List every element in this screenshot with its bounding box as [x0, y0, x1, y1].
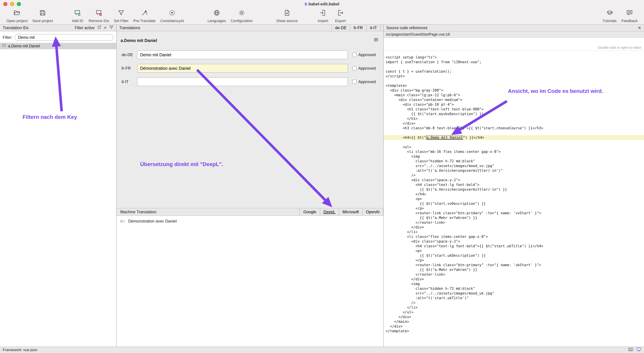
show-source-button[interactable]: Show source	[274, 9, 300, 24]
languages-button[interactable]: Languages	[205, 9, 228, 24]
provider-tab-google[interactable]: Google	[300, 208, 320, 215]
approved-label: Approved	[358, 66, 376, 71]
code-line: <h4 class="text-lg font-bold">	[384, 182, 644, 187]
language-label: fr-FR	[122, 66, 137, 71]
machine-translation-body: ⌘1 Démonstration avec Daniel	[116, 216, 383, 346]
code-line: src="../../assets/images/mood_vv.jpg"	[384, 164, 644, 168]
code-line: <div class="container-medium">	[384, 97, 644, 102]
language-tab-fr-fr[interactable]: fr-FR	[350, 25, 366, 31]
approved-label: Approved	[358, 53, 376, 57]
code-line: </p>	[384, 206, 644, 211]
filter-input[interactable]	[14, 34, 114, 41]
filter-label: Filter:	[3, 35, 12, 40]
code-line: <img	[384, 281, 644, 286]
translation-row-de-de: de-DE Approved	[116, 50, 383, 59]
code-line: </div>	[384, 277, 644, 281]
code-line: </li>	[384, 305, 644, 310]
code-line: </div>	[384, 324, 644, 329]
code-line: :alt="t('start.ukTitle')"	[384, 296, 644, 300]
translation-input-it-it[interactable]	[137, 77, 348, 86]
translation-ids-title: Translation IDs	[3, 26, 29, 30]
code-line: class="hidden h-72 md:block"	[384, 286, 644, 291]
provider-tab-openai[interactable]: OpenAI	[362, 208, 383, 215]
translation-id-item[interactable]: a.Demo mit Daniel	[0, 43, 116, 49]
configuration-button[interactable]: Configuration	[228, 9, 255, 24]
keyboard-shortcuts-button[interactable]	[628, 347, 633, 353]
shortcut-badge: ⌘1	[120, 219, 125, 223]
source-references-header: Source code references ✕	[384, 25, 644, 31]
code-line: <router-link class="btn-primary" :to="{ …	[384, 263, 644, 267]
code-line: {{ $t("start.ukDescription") }}	[384, 253, 644, 258]
feedback-button[interactable]: Feedback	[619, 9, 640, 24]
pre-translate-button[interactable]: Pre-Translate	[131, 9, 158, 24]
open-project-button[interactable]: Open project	[4, 9, 30, 24]
import-button[interactable]: Import	[314, 9, 332, 24]
file-reference-bar[interactable]: src/pages/start/GuestStartPage.vue:18	[384, 31, 644, 38]
source-references-title: Source code references	[386, 26, 428, 30]
comment-button[interactable]	[374, 38, 378, 44]
consistency-ai-button[interactable]: ConsistencyAI	[158, 9, 186, 24]
provider-tab-microsoft[interactable]: Microsoft	[339, 208, 362, 215]
tutorials-button[interactable]: Tutorials	[600, 9, 619, 24]
close-panel-button[interactable]: ✕	[638, 26, 641, 30]
message-minus-icon	[95, 9, 102, 18]
approved-checkbox-it-it[interactable]	[352, 80, 357, 84]
code-line: </h1>	[384, 116, 644, 121]
translation-id-label: a.Demo mit Daniel	[8, 44, 40, 48]
translation-input-de-de[interactable]	[137, 50, 348, 59]
message-plus-icon	[74, 9, 81, 18]
code-line	[384, 79, 644, 83]
mt-result-row[interactable]: ⌘1 Démonstration avec Daniel	[120, 219, 383, 223]
add-id-button[interactable]: Add ID	[69, 9, 86, 24]
approved-label: Approved	[358, 79, 376, 84]
translation-row-it-it: it-IT Approved	[116, 77, 383, 86]
code-line: </ul>	[384, 310, 644, 314]
translations-header: Translations de-DE fr-FR it-IT	[116, 25, 383, 31]
save-project-button[interactable]: Save project	[30, 9, 55, 24]
approved-checkbox-fr-fr[interactable]	[352, 66, 357, 71]
language-label: it-IT	[122, 79, 137, 84]
code-line	[384, 140, 644, 145]
code-line: </router-link>	[384, 272, 644, 277]
code-area[interactable]: <script setup lang="ts">import { useTran…	[384, 51, 644, 346]
translation-ids-panel: Translation IDs Filter active ✕ Filter: …	[0, 25, 116, 346]
language-tab-it-it[interactable]: it-IT	[366, 25, 380, 31]
code-line: const { t } = useTranslation();	[384, 69, 644, 74]
machine-translation-header: Machine Translation Google DeepL Microso…	[116, 208, 383, 216]
refresh-filter-button[interactable]	[97, 25, 102, 31]
code-line: </div>	[384, 121, 644, 126]
sparkle-circle-icon	[168, 9, 176, 18]
clear-filter-button[interactable]: ✕	[104, 26, 107, 30]
titlebar: bbabel-edit.babel	[0, 0, 644, 8]
provider-tab-deepl[interactable]: DeepL	[320, 208, 339, 215]
code-line: <div class="bg-gray-200">	[384, 88, 644, 93]
code-line: <script setup lang="ts">	[384, 55, 644, 60]
filter-menu-button[interactable]	[109, 25, 114, 31]
code-line: </template>	[384, 329, 644, 333]
settings-group: Languages Configuration	[205, 9, 255, 24]
language-label: de-DE	[122, 53, 137, 57]
import-icon	[319, 9, 326, 18]
approved-checkbox-de-de[interactable]	[352, 53, 357, 57]
project-group: Open project Save project	[4, 9, 55, 24]
export-button[interactable]: Export	[332, 9, 349, 24]
document-icon	[284, 9, 290, 18]
statusbar: Framework: vue-json	[0, 346, 644, 353]
code-line	[384, 131, 644, 135]
toolbar: Open project Save project Add ID Remove …	[0, 8, 644, 25]
language-tab-de-de[interactable]: de-DE	[332, 25, 350, 31]
refresh-icon	[97, 25, 102, 31]
code-line: <p>	[384, 248, 644, 253]
babeledit-app-icon: b	[305, 2, 307, 6]
magic-wand-icon	[141, 9, 148, 18]
display-button[interactable]	[636, 347, 641, 353]
translations-title: Translations	[119, 26, 140, 30]
remove-ids-button[interactable]: Remove IDs	[86, 9, 111, 24]
folder-open-icon	[14, 9, 20, 18]
translation-input-fr-fr[interactable]	[137, 64, 348, 73]
set-filter-button[interactable]: Set Filter	[111, 9, 131, 24]
display-icon	[636, 347, 641, 353]
window-title: bbabel-edit.babel	[0, 2, 644, 7]
code-line: />	[384, 300, 644, 305]
code-line: <ul>	[384, 145, 644, 149]
